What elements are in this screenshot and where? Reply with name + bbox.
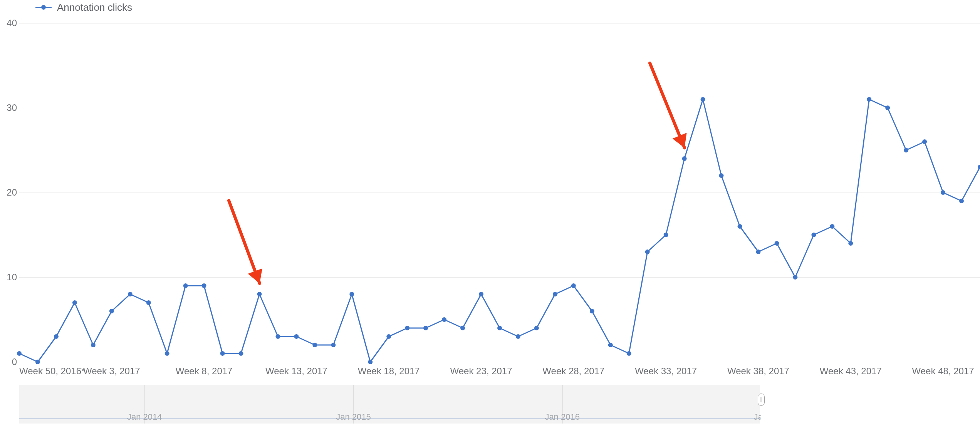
- data-point[interactable]: [682, 156, 687, 161]
- data-point[interactable]: [922, 139, 927, 144]
- data-point[interactable]: [54, 334, 59, 339]
- x-axis-tick-label: Week 28, 2017: [542, 366, 604, 377]
- data-point[interactable]: [885, 105, 890, 110]
- data-point[interactable]: [848, 241, 853, 246]
- data-point[interactable]: [941, 190, 945, 195]
- brush-tick-label: Jan 2014: [127, 412, 162, 422]
- data-point[interactable]: [904, 148, 908, 152]
- x-axis-tick-label: Week 50, 2016*: [19, 366, 85, 377]
- data-point[interactable]: [553, 292, 557, 296]
- data-point[interactable]: [664, 233, 668, 237]
- legend-series-label: Annotation clicks: [57, 2, 132, 13]
- data-point[interactable]: [294, 334, 299, 339]
- data-point[interactable]: [793, 275, 797, 280]
- y-axis-tick-label: 30: [5, 102, 17, 113]
- x-axis-tick-label: Week 23, 2017: [450, 366, 512, 377]
- chart-container: Annotation clicks 010203040 Week 50, 201…: [0, 0, 980, 432]
- data-point[interactable]: [701, 97, 705, 102]
- x-axis-tick-label: Week 3, 2017: [83, 366, 140, 377]
- data-point[interactable]: [109, 309, 114, 313]
- data-point[interactable]: [331, 343, 336, 347]
- data-point[interactable]: [627, 351, 631, 356]
- data-point[interactable]: [738, 224, 742, 229]
- data-point[interactable]: [91, 343, 96, 347]
- x-axis-tick-label: Week 18, 2017: [358, 366, 420, 377]
- y-axis-tick-label: 20: [5, 187, 17, 198]
- data-point[interactable]: [202, 283, 206, 288]
- legend-swatch-icon: [35, 7, 52, 8]
- data-point[interactable]: [183, 283, 188, 288]
- x-axis-tick-label: Week 38, 2017: [727, 366, 789, 377]
- data-point[interactable]: [72, 300, 77, 305]
- data-point[interactable]: [571, 283, 576, 288]
- data-point[interactable]: [349, 292, 354, 296]
- brush-tick-label: Jan 2016: [545, 412, 580, 422]
- data-point[interactable]: [645, 249, 650, 254]
- y-axis-tick-label: 10: [5, 272, 17, 283]
- brush-handle-grip-icon[interactable]: [758, 393, 765, 406]
- data-point[interactable]: [423, 326, 428, 330]
- x-axis-tick-label: Week 33, 2017: [635, 366, 697, 377]
- data-point[interactable]: [516, 334, 520, 339]
- x-axis-tick-label: Week 43, 2017: [820, 366, 882, 377]
- legend[interactable]: Annotation clicks: [35, 2, 132, 13]
- data-point[interactable]: [128, 292, 133, 296]
- data-point[interactable]: [17, 351, 22, 356]
- data-point[interactable]: [442, 317, 446, 322]
- line-chart-svg: [19, 23, 980, 362]
- data-point[interactable]: [978, 165, 980, 169]
- data-point[interactable]: [774, 241, 779, 246]
- brush-selection[interactable]: [761, 385, 980, 424]
- data-point[interactable]: [275, 334, 280, 339]
- data-point[interactable]: [239, 351, 243, 356]
- data-point[interactable]: [497, 326, 502, 330]
- data-point[interactable]: [368, 360, 373, 364]
- data-point[interactable]: [590, 309, 594, 313]
- y-axis-tick-label: 0: [5, 357, 17, 367]
- gridline: [19, 362, 980, 362]
- brush-handle[interactable]: [761, 385, 761, 424]
- data-point[interactable]: [257, 292, 262, 296]
- y-axis-tick-label: 40: [5, 18, 17, 28]
- data-point[interactable]: [719, 173, 724, 178]
- data-point[interactable]: [220, 351, 225, 356]
- data-point[interactable]: [830, 224, 834, 229]
- x-axis-tick-label: Week 8, 2017: [176, 366, 233, 377]
- data-point[interactable]: [959, 199, 964, 203]
- data-point[interactable]: [608, 343, 613, 347]
- data-point[interactable]: [146, 300, 151, 305]
- x-axis-tick-label: Week 48, 2017: [912, 366, 974, 377]
- data-point[interactable]: [534, 326, 539, 330]
- data-point[interactable]: [867, 97, 871, 102]
- timeline-brush[interactable]: Jan 2014Jan 2015Jan 2016Jan 2017: [19, 385, 980, 424]
- series-line[interactable]: [19, 99, 980, 362]
- data-point[interactable]: [479, 292, 483, 296]
- data-point[interactable]: [811, 233, 816, 237]
- x-axis-tick-label: Week 13, 2017: [265, 366, 327, 377]
- data-point[interactable]: [405, 326, 409, 330]
- data-point[interactable]: [386, 334, 391, 339]
- data-point[interactable]: [312, 343, 317, 347]
- data-point[interactable]: [756, 249, 760, 254]
- x-axis: Week 50, 2016*Week 3, 2017Week 8, 2017We…: [19, 366, 980, 377]
- data-point[interactable]: [165, 351, 169, 356]
- data-point[interactable]: [460, 326, 465, 330]
- brush-tick-label: Jan 2015: [336, 412, 371, 422]
- data-point[interactable]: [35, 360, 40, 364]
